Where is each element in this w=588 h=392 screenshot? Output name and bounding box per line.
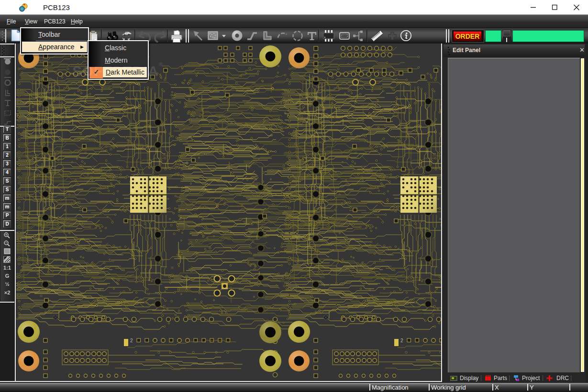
svg-text:2: 2 (130, 338, 133, 343)
